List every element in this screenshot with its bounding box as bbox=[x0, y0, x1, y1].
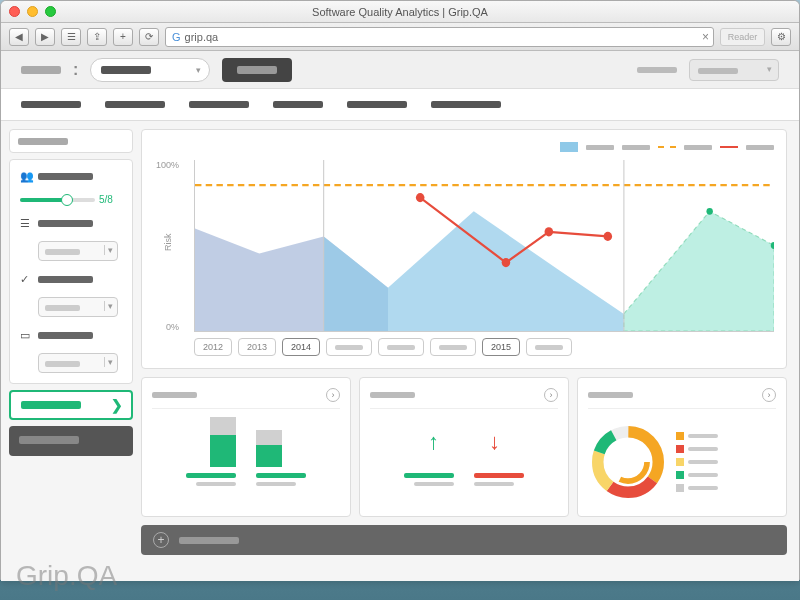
primary-button[interactable] bbox=[222, 58, 292, 82]
tab-5[interactable] bbox=[347, 101, 407, 108]
url-bar[interactable]: G grip.qa × bbox=[165, 27, 714, 47]
svg-point-1 bbox=[416, 193, 425, 202]
card-title bbox=[588, 392, 633, 398]
svg-point-14 bbox=[609, 443, 647, 481]
nav-tabs bbox=[1, 89, 799, 121]
tab-1[interactable] bbox=[21, 101, 81, 108]
svg-point-4 bbox=[604, 232, 613, 241]
period-btn-1[interactable] bbox=[326, 338, 372, 356]
apply-button[interactable] bbox=[9, 390, 133, 420]
risk-chart-card: 100%0% Risk bbox=[141, 129, 787, 369]
tab-2[interactable] bbox=[105, 101, 165, 108]
clear-url-icon[interactable]: × bbox=[702, 30, 709, 44]
url-text: grip.qa bbox=[185, 31, 219, 43]
app-topbar: : bbox=[1, 51, 799, 89]
y-axis-label: Risk bbox=[163, 234, 173, 252]
filter-dropdown-2[interactable] bbox=[38, 297, 118, 317]
reload-button[interactable]: ⟳ bbox=[139, 28, 159, 46]
filter-label-1 bbox=[38, 173, 93, 180]
metric-card-1[interactable]: › bbox=[141, 377, 351, 517]
filter-label-4 bbox=[38, 332, 93, 339]
user-menu[interactable] bbox=[689, 59, 779, 81]
filter-dropdown-3[interactable] bbox=[38, 353, 118, 373]
add-widget-bar[interactable]: + bbox=[141, 525, 787, 555]
year-2015[interactable]: 2015 bbox=[482, 338, 520, 356]
svg-point-5 bbox=[706, 208, 712, 215]
browser-window: Software Quality Analytics | Grip.QA ◀ ▶… bbox=[0, 0, 800, 580]
year-2013[interactable]: 2013 bbox=[238, 338, 276, 356]
arrow-up-icon: ↑ bbox=[428, 429, 439, 455]
chevron-right-icon[interactable]: › bbox=[762, 388, 776, 402]
chart-plot: 100%0% Risk bbox=[194, 160, 774, 332]
share-button[interactable]: ⇪ bbox=[87, 28, 107, 46]
metric-card-2[interactable]: › ↑↓ bbox=[359, 377, 569, 517]
forward-button[interactable]: ▶ bbox=[35, 28, 55, 46]
minimize-icon[interactable] bbox=[27, 6, 38, 17]
metric-card-3[interactable]: › bbox=[577, 377, 787, 517]
plus-icon[interactable]: + bbox=[153, 532, 169, 548]
legend-swatch-1 bbox=[560, 142, 578, 152]
chevron-right-icon[interactable]: › bbox=[326, 388, 340, 402]
main-area: 100%0% Risk bbox=[141, 121, 799, 581]
donut-legend bbox=[676, 432, 718, 492]
tab-4[interactable] bbox=[273, 101, 323, 108]
sidebar-header bbox=[9, 129, 133, 153]
tab-3[interactable] bbox=[189, 101, 249, 108]
filter-dropdown-1[interactable] bbox=[38, 241, 118, 261]
reader-button[interactable]: Reader bbox=[720, 28, 765, 46]
time-selector: 2012 2013 2014 2015 bbox=[194, 338, 774, 356]
project-dropdown[interactable] bbox=[90, 58, 210, 82]
bookmarks-button[interactable]: ☰ bbox=[61, 28, 81, 46]
settings-icon[interactable]: ⚙ bbox=[771, 28, 791, 46]
range-slider[interactable]: 5/8 bbox=[20, 194, 122, 205]
account-label bbox=[637, 67, 677, 73]
filter-label-3 bbox=[38, 276, 93, 283]
year-2012[interactable]: 2012 bbox=[194, 338, 232, 356]
legend-risk bbox=[720, 146, 738, 148]
filter-panel: 👥 5/8 ☰ ✓ ▭ bbox=[9, 159, 133, 384]
topbar-label bbox=[21, 66, 61, 74]
slider-value: 5/8 bbox=[99, 194, 113, 205]
svg-point-3 bbox=[545, 227, 554, 236]
users-icon: 👥 bbox=[20, 170, 32, 182]
year-2014[interactable]: 2014 bbox=[282, 338, 320, 356]
chevron-right-icon[interactable]: › bbox=[544, 388, 558, 402]
period-btn-2[interactable] bbox=[378, 338, 424, 356]
chart-legend bbox=[154, 142, 774, 152]
tab-6[interactable] bbox=[431, 101, 501, 108]
period-btn-4[interactable] bbox=[526, 338, 572, 356]
back-button[interactable]: ◀ bbox=[9, 28, 29, 46]
window-title: Software Quality Analytics | Grip.QA bbox=[312, 6, 488, 18]
monitor-icon: ▭ bbox=[20, 329, 32, 341]
check-icon: ✓ bbox=[20, 273, 32, 285]
card-title bbox=[370, 392, 415, 398]
filter-label-2 bbox=[38, 220, 93, 227]
svg-point-2 bbox=[502, 258, 511, 267]
donut-chart bbox=[588, 422, 668, 502]
app-content: : 👥 5/8 bbox=[1, 51, 799, 581]
arrow-down-icon: ↓ bbox=[489, 429, 500, 455]
sidebar-section[interactable] bbox=[9, 426, 133, 456]
card-title bbox=[152, 392, 197, 398]
watermark: Grip.QA bbox=[16, 560, 117, 592]
period-btn-3[interactable] bbox=[430, 338, 476, 356]
legend-threshold bbox=[658, 146, 676, 148]
zoom-icon[interactable] bbox=[45, 6, 56, 17]
close-icon[interactable] bbox=[9, 6, 20, 17]
sidebar: 👥 5/8 ☰ ✓ ▭ bbox=[1, 121, 141, 581]
list-icon: ☰ bbox=[20, 217, 32, 229]
add-button[interactable]: + bbox=[113, 28, 133, 46]
titlebar: Software Quality Analytics | Grip.QA bbox=[1, 1, 799, 23]
browser-toolbar: ◀ ▶ ☰ ⇪ + ⟳ G grip.qa × Reader ⚙ bbox=[1, 23, 799, 51]
